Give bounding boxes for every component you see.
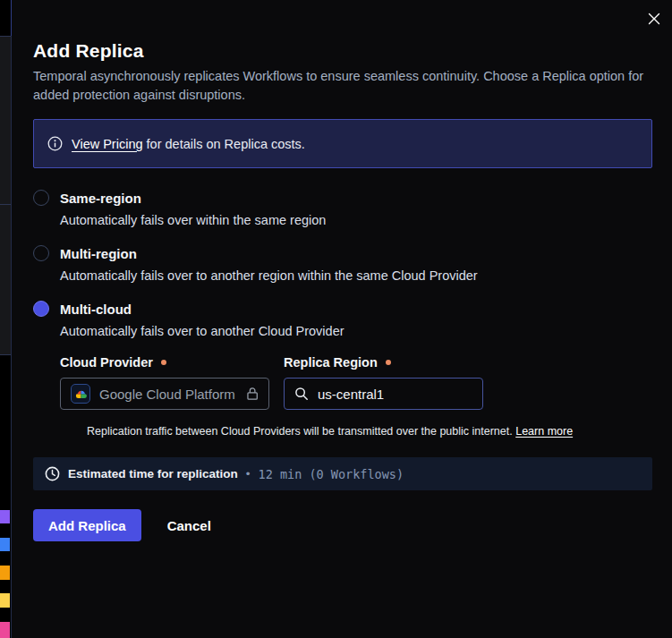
background-icon-chip: [0, 538, 10, 551]
estimate-value: 12 min (0 Workflows): [259, 467, 404, 481]
cloud-provider-select[interactable]: Google Cloud Platform: [60, 378, 269, 410]
pricing-banner-text: View Pricing for details on Replica cost…: [72, 137, 305, 151]
estimate-banner: Estimated time for replication • 12 min …: [33, 457, 652, 490]
clock-icon: [45, 466, 60, 481]
cloud-provider-label: Cloud Provider: [60, 354, 269, 370]
learn-more-link[interactable]: Learn more: [515, 425, 573, 438]
info-icon: [47, 136, 63, 151]
background-panel: [0, 204, 11, 354]
close-icon: [648, 13, 660, 25]
lock-icon: [246, 386, 259, 402]
radio-unselected-icon[interactable]: [33, 190, 49, 206]
required-dot: [386, 360, 391, 365]
background-panel: [0, 36, 11, 204]
option-label: Same-region: [60, 191, 141, 206]
cancel-button[interactable]: Cancel: [166, 509, 213, 541]
modal-description: Temporal asynchronously replicates Workf…: [33, 67, 665, 105]
radio-selected-icon[interactable]: [33, 301, 49, 317]
option-multi-cloud: Multi-cloud Automatically fails over to …: [33, 301, 652, 438]
option-description: Automatically fails over to another Clou…: [60, 323, 652, 339]
replica-region-label: Replica Region: [284, 354, 391, 370]
close-button[interactable]: [644, 9, 664, 29]
radio-option-multi-cloud[interactable]: Multi-cloud: [33, 301, 652, 317]
public-internet-note: Replication traffic between Cloud Provid…: [87, 424, 652, 438]
background-divider: [0, 354, 11, 355]
option-label: Multi-region: [60, 246, 137, 261]
radio-option-same-region[interactable]: Same-region: [33, 190, 652, 206]
radio-unselected-icon[interactable]: [33, 245, 49, 261]
option-description: Automatically fails over within the same…: [60, 212, 652, 228]
option-description: Automatically fails over to another regi…: [60, 268, 652, 284]
pricing-banner: View Pricing for details on Replica cost…: [33, 119, 652, 168]
modal-actions: Add Replica Cancel: [33, 509, 652, 541]
required-dot: [161, 360, 166, 365]
option-label: Multi-cloud: [60, 302, 132, 317]
replica-options: Same-region Automatically fails over wit…: [33, 190, 652, 438]
replica-region-input[interactable]: us-central1: [284, 378, 483, 410]
modal-title: Add Replica: [33, 39, 652, 62]
replica-region-value: us-central1: [318, 387, 384, 402]
background-page: [0, 0, 12, 638]
multi-cloud-form: Cloud Provider Replica Region: [60, 354, 652, 438]
view-pricing-link[interactable]: View Pricing: [72, 137, 143, 151]
background-icon-chip: [0, 593, 10, 608]
estimate-label: Estimated time for replication: [68, 467, 238, 481]
cloud-provider-value: Google Cloud Platform: [99, 387, 235, 402]
add-replica-modal: Add Replica Temporal asynchronously repl…: [12, 0, 672, 638]
option-same-region: Same-region Automatically fails over wit…: [33, 190, 652, 228]
radio-option-multi-region[interactable]: Multi-region: [33, 245, 652, 261]
background-icon-chip: [0, 566, 10, 580]
pricing-banner-suffix: for details on Replica costs.: [143, 137, 305, 151]
screen: Add Replica Temporal asynchronously repl…: [0, 0, 672, 638]
google-cloud-logo-icon: [71, 384, 90, 404]
background-divider: [0, 36, 11, 37]
estimate-separator: •: [246, 467, 251, 481]
background-divider: [0, 204, 11, 205]
background-icon-chip: [0, 510, 10, 523]
add-replica-button[interactable]: Add Replica: [33, 509, 141, 541]
background-icon-chip: [0, 622, 10, 638]
option-multi-region: Multi-region Automatically fails over to…: [33, 245, 652, 284]
search-icon: [294, 387, 309, 401]
